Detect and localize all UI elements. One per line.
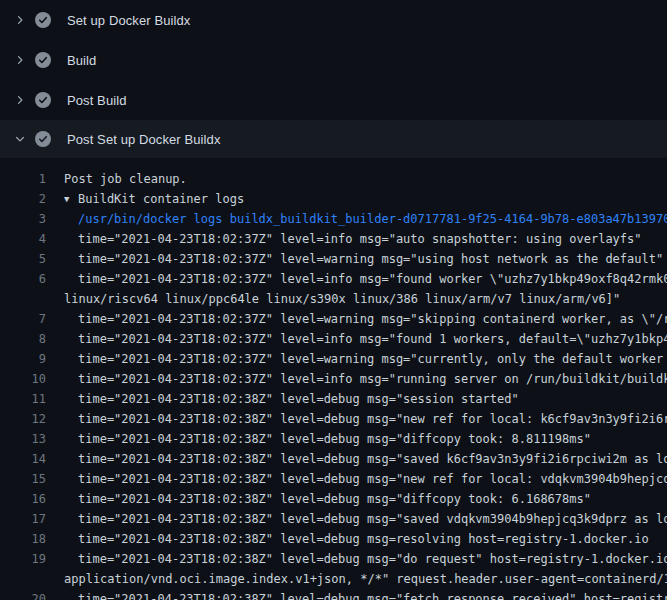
line-number[interactable]: 9 <box>0 349 46 369</box>
line-number[interactable]: 4 <box>0 229 46 249</box>
line-number[interactable]: 17 <box>0 509 46 529</box>
step-label: Post Set up Docker Buildx <box>67 132 221 147</box>
log-command-text: /usr/bin/docker logs buildx_buildkit_bui… <box>46 209 667 229</box>
log-line: 15time="2021-04-23T18:02:38Z" level=debu… <box>0 469 667 489</box>
log-text: time="2021-04-23T18:02:37Z" level=warnin… <box>46 349 667 369</box>
log-text: time="2021-04-23T18:02:38Z" level=debug … <box>46 509 667 529</box>
line-number[interactable]: 1 <box>0 169 46 189</box>
log-line-continuation: application/vnd.oci.image.index.v1+json,… <box>0 569 667 589</box>
log-line: 19time="2021-04-23T18:02:38Z" level=debu… <box>0 549 667 569</box>
log-line: 5time="2021-04-23T18:02:37Z" level=warni… <box>0 249 667 269</box>
check-circle-icon <box>35 12 51 28</box>
log-area: 1Post job cleanup.2▼BuildKit container l… <box>0 158 667 600</box>
step-set-up-docker-buildx[interactable]: Set up Docker Buildx <box>0 0 667 40</box>
step-label: Build <box>67 53 96 68</box>
log-line: 1Post job cleanup. <box>0 169 667 189</box>
log-line: 3/usr/bin/docker logs buildx_buildkit_bu… <box>0 209 667 229</box>
step-label: Set up Docker Buildx <box>67 13 190 28</box>
log-line: 14time="2021-04-23T18:02:38Z" level=debu… <box>0 449 667 469</box>
log-text: time="2021-04-23T18:02:38Z" level=debug … <box>46 429 591 449</box>
line-number[interactable]: 19 <box>0 549 46 569</box>
line-number[interactable]: 16 <box>0 489 46 509</box>
line-number[interactable]: 14 <box>0 449 46 469</box>
job-log-viewer: Set up Docker Buildx Build Post Build <box>0 0 667 600</box>
log-text: time="2021-04-23T18:02:38Z" level=debug … <box>46 549 667 569</box>
log-line: 13time="2021-04-23T18:02:38Z" level=debu… <box>0 429 667 449</box>
check-circle-icon <box>35 92 51 108</box>
log-text: ▼BuildKit container logs <box>46 189 244 209</box>
chevron-right-icon <box>12 52 28 68</box>
log-text: Post job cleanup. <box>46 169 187 189</box>
line-number[interactable]: 6 <box>0 269 46 289</box>
chevron-right-icon <box>12 92 28 108</box>
line-number[interactable]: 10 <box>0 369 46 389</box>
log-line: 16time="2021-04-23T18:02:38Z" level=debu… <box>0 489 667 509</box>
line-number[interactable]: 7 <box>0 309 46 329</box>
log-text: time="2021-04-23T18:02:37Z" level=info m… <box>46 229 642 249</box>
log-text: time="2021-04-23T18:02:38Z" level=debug … <box>46 449 667 469</box>
line-number[interactable]: 11 <box>0 389 46 409</box>
line-number[interactable]: 5 <box>0 249 46 269</box>
log-text: time="2021-04-23T18:02:37Z" level=info m… <box>46 329 667 349</box>
steps-list: Set up Docker Buildx Build Post Build <box>0 0 667 158</box>
chevron-down-icon <box>12 131 28 147</box>
log-line: 4time="2021-04-23T18:02:37Z" level=info … <box>0 229 667 249</box>
log-text: time="2021-04-23T18:02:37Z" level=info m… <box>46 269 667 289</box>
log-line: 2▼BuildKit container logs <box>0 189 667 209</box>
log-text: time="2021-04-23T18:02:37Z" level=warnin… <box>46 249 663 269</box>
log-line: 7time="2021-04-23T18:02:37Z" level=warni… <box>0 309 667 329</box>
log-text: time="2021-04-23T18:02:38Z" level=debug … <box>46 389 519 409</box>
chevron-right-icon <box>12 12 28 28</box>
log-line: 20time="2021-04-23T18:02:38Z" level=debu… <box>0 589 667 600</box>
log-text: time="2021-04-23T18:02:38Z" level=debug … <box>46 489 591 509</box>
check-circle-icon <box>35 52 51 68</box>
log-text: time="2021-04-23T18:02:37Z" level=warnin… <box>46 309 667 329</box>
log-line: 11time="2021-04-23T18:02:38Z" level=debu… <box>0 389 667 409</box>
line-number[interactable]: 3 <box>0 209 46 229</box>
step-build[interactable]: Build <box>0 40 667 80</box>
check-circle-icon <box>35 131 51 147</box>
log-line: 18time="2021-04-23T18:02:38Z" level=debu… <box>0 529 667 549</box>
line-number[interactable]: 8 <box>0 329 46 349</box>
log-line-continuation: linux/riscv64 linux/ppc64le linux/s390x … <box>0 289 667 309</box>
log-line: 10time="2021-04-23T18:02:37Z" level=info… <box>0 369 667 389</box>
log-text: time="2021-04-23T18:02:38Z" level=debug … <box>46 589 667 600</box>
log-text: time="2021-04-23T18:02:37Z" level=info m… <box>46 369 667 389</box>
line-number[interactable]: 20 <box>0 589 46 600</box>
log-text: linux/riscv64 linux/ppc64le linux/s390x … <box>46 289 620 309</box>
log-lines: 1Post job cleanup.2▼BuildKit container l… <box>0 169 667 600</box>
log-text: time="2021-04-23T18:02:38Z" level=debug … <box>46 409 667 429</box>
line-number[interactable]: 13 <box>0 429 46 449</box>
log-line: 6time="2021-04-23T18:02:37Z" level=info … <box>0 269 667 289</box>
step-post-build[interactable]: Post Build <box>0 80 667 120</box>
group-toggle-icon[interactable]: ▼ <box>64 189 78 209</box>
log-line: 12time="2021-04-23T18:02:38Z" level=debu… <box>0 409 667 429</box>
log-line: 17time="2021-04-23T18:02:38Z" level=debu… <box>0 509 667 529</box>
log-line: 9time="2021-04-23T18:02:37Z" level=warni… <box>0 349 667 369</box>
line-number[interactable]: 12 <box>0 409 46 429</box>
line-number[interactable]: 15 <box>0 469 46 489</box>
line-number[interactable]: 18 <box>0 529 46 549</box>
line-number[interactable]: 2 <box>0 189 46 209</box>
step-label: Post Build <box>67 93 127 108</box>
log-text: time="2021-04-23T18:02:38Z" level=debug … <box>46 469 667 489</box>
log-text: application/vnd.oci.image.index.v1+json,… <box>46 569 667 589</box>
step-post-set-up-docker-buildx[interactable]: Post Set up Docker Buildx <box>0 120 667 158</box>
log-line: 8time="2021-04-23T18:02:37Z" level=info … <box>0 329 667 349</box>
line-number <box>0 569 46 589</box>
log-text: time="2021-04-23T18:02:38Z" level=debug … <box>46 529 649 549</box>
line-number <box>0 289 46 309</box>
